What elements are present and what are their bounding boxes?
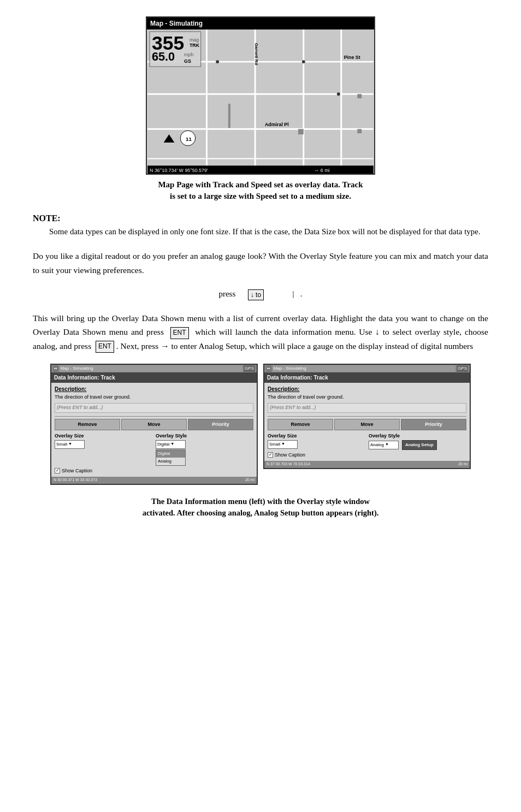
left-analog-option[interactable]: Analog: [156, 458, 185, 465]
svg-text:TRK: TRK: [190, 43, 200, 48]
svg-rect-23: [228, 104, 230, 128]
left-buttons-row: Remove Move Priority: [55, 416, 253, 431]
right-device-screen: ▪▪ Map - Simulating GPS Data Information…: [263, 364, 471, 469]
right-buttons-row: Remove Move Priority: [268, 416, 466, 431]
top-map-container: Map - Simulating Pine St: [33, 16, 488, 202]
right-size-value: Small: [269, 441, 280, 448]
bottom-caption: The Data Information menu (left) with th…: [33, 496, 488, 520]
note-text: Some data types can be displayed in only…: [49, 225, 488, 238]
left-scale: 20 mi: [245, 477, 254, 483]
left-style-value: Digital: [157, 441, 169, 448]
left-mini-title: Map - Simulating: [60, 365, 242, 372]
left-show-caption: ✓ Show Caption: [55, 467, 253, 475]
left-size-arrow: ▼: [68, 441, 72, 447]
svg-rect-26: [357, 129, 362, 133]
left-data-title: Data Information: Track: [51, 372, 257, 383]
left-priority-btn[interactable]: Priority: [188, 419, 253, 431]
right-caption-label: Show Caption: [275, 452, 305, 459]
note-section: NOTE: Some data types can be displayed i…: [33, 212, 488, 238]
press-dot: .: [300, 289, 303, 298]
left-size-value: Small: [56, 441, 67, 448]
svg-rect-25: [357, 94, 362, 98]
left-remove-btn[interactable]: Remove: [55, 419, 120, 431]
left-mini-gps: GPS: [244, 365, 255, 372]
svg-rect-24: [298, 129, 304, 134]
instruction-paragraph: This will bring up the Overlay Data Show…: [33, 311, 488, 353]
svg-point-28: [302, 60, 305, 63]
left-caption-label: Show Caption: [62, 467, 92, 475]
svg-text:GS: GS: [184, 58, 191, 64]
left-desc-label: Description:: [55, 385, 253, 393]
svg-text:mph: mph: [184, 52, 193, 57]
down-key: ↓ to: [248, 289, 264, 300]
left-overlay-size-col: Overlay Size Small ▼: [55, 432, 152, 449]
svg-text:mag: mag: [190, 37, 199, 43]
map-body: Pine St Pine St Garnett Rd Admiral Pl 35…: [147, 29, 374, 175]
note-label: NOTE:: [33, 214, 61, 223]
right-remove-btn[interactable]: Remove: [268, 419, 333, 431]
right-caption-checkbox[interactable]: ✓: [268, 452, 273, 458]
left-device-content: Description: The direction of travel ove…: [51, 383, 257, 477]
map-title-bar: Map - Simulating: [147, 17, 374, 29]
right-show-caption: ✓ Show Caption: [268, 452, 466, 459]
right-priority-btn[interactable]: Priority: [401, 419, 466, 431]
left-desc-text: The direction of travel over ground.: [55, 394, 253, 401]
right-data-title: Data Information: Track: [264, 372, 470, 383]
svg-text:11: 11: [186, 136, 192, 142]
right-mini-gps: GPS: [457, 365, 468, 372]
svg-text:Garnett Rd: Garnett Rd: [254, 43, 259, 66]
right-style-select[interactable]: Analog ▼: [369, 441, 399, 449]
right-style-row: Analog ▼ Analog Setup: [369, 440, 466, 450]
right-style-arrow: ▼: [385, 442, 389, 448]
left-overlay-style-col: Overlay Style Digital ▼ Digital Analog: [156, 432, 253, 466]
left-style-dropdown: Digital Analog: [156, 449, 186, 466]
svg-text:N  36°10.734'   W  95°50.579': N 36°10.734' W 95°50.579': [150, 168, 208, 173]
right-screenshot-item: ▪▪ Map - Simulating GPS Data Information…: [263, 364, 471, 484]
right-move-btn[interactable]: Move: [334, 419, 400, 431]
right-coords: N 37 00.703 W 70 03.314: [267, 461, 310, 467]
svg-text:65.0: 65.0: [152, 50, 175, 63]
analog-setup-button[interactable]: Analog Setup: [402, 440, 437, 450]
svg-text:Pine St: Pine St: [344, 55, 360, 60]
svg-point-27: [216, 60, 219, 63]
left-style-dropdown-container: Digital ▼ Digital Analog: [156, 440, 253, 466]
right-overlay-size-col: Overlay Size Small ▼: [268, 432, 365, 449]
right-overlay-style-col: Overlay Style Analog ▼ Analog Setup: [369, 432, 466, 450]
left-top-bar: ▪▪ Map - Simulating GPS: [51, 365, 257, 372]
left-digital-option[interactable]: Digital: [156, 450, 185, 458]
screenshots-row: ▪▪ Map - Simulating GPS Data Information…: [33, 364, 488, 484]
left-press-ent: (Press ENT to add...): [55, 403, 253, 413]
press-pipe: |: [293, 289, 294, 298]
right-device-content: Description: The direction of travel ove…: [264, 383, 470, 461]
map-caption: Map Page with Track and Speed set as ove…: [158, 179, 363, 202]
svg-text:Admiral Pl: Admiral Pl: [265, 122, 289, 127]
right-overlay-size-title: Overlay Size: [268, 432, 365, 440]
left-device-screen: ▪▪ Map - Simulating GPS Data Information…: [50, 364, 258, 484]
left-overlay-size-title: Overlay Size: [55, 432, 152, 440]
right-mini-signal: ▪▪: [266, 365, 271, 372]
right-size-arrow: ▼: [281, 441, 285, 447]
left-bottom-bar: N 30 00.371 W 33 30.373 20 mi: [51, 477, 257, 484]
left-screenshot-item: ▪▪ Map - Simulating GPS Data Information…: [50, 364, 258, 484]
left-overlay-row: Overlay Size Small ▼ Overlay Style Digit…: [55, 432, 253, 466]
svg-text:↔  6 mi: ↔ 6 mi: [315, 168, 330, 173]
left-style-arrow: ▼: [170, 441, 174, 447]
left-size-select[interactable]: Small ▼: [55, 440, 85, 449]
body-paragraph: Do you like a digital readout or do you …: [33, 249, 488, 277]
ent-key2: ENT: [96, 341, 114, 353]
left-mini-signal: ▪▪: [53, 365, 58, 372]
left-caption-checkbox[interactable]: ✓: [55, 468, 60, 473]
map-svg: Pine St Pine St Garnett Rd Admiral Pl 35…: [147, 29, 374, 175]
right-scale: 20 mi: [458, 461, 467, 467]
right-desc-label: Description:: [268, 385, 466, 393]
right-size-select[interactable]: Small ▼: [268, 440, 298, 449]
svg-point-29: [337, 92, 340, 96]
left-overlay-style-title: Overlay Style: [156, 432, 253, 440]
left-style-select[interactable]: Digital ▼: [156, 440, 186, 449]
press-line: press ↓ to | .: [33, 288, 488, 300]
right-top-bar: ▪▪ Map - Simulating GPS: [264, 365, 470, 372]
right-overlay-style-title: Overlay Style: [369, 432, 466, 440]
right-desc-text: The direction of travel over ground.: [268, 394, 466, 401]
press-word: press: [218, 289, 235, 298]
left-move-btn[interactable]: Move: [121, 419, 187, 431]
